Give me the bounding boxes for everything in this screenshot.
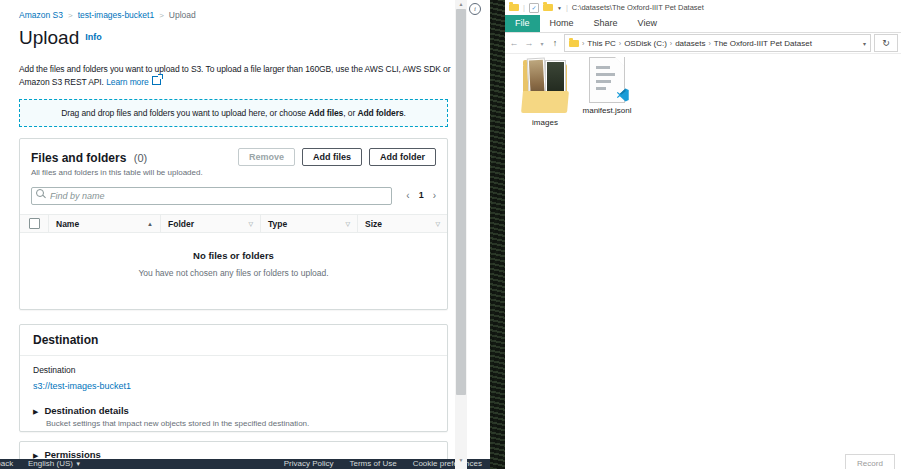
sort-asc-icon[interactable]: ▲ <box>147 221 153 227</box>
record-button[interactable]: Record <box>845 454 895 469</box>
scroll-up-icon[interactable]: ▲ <box>455 1 467 7</box>
files-table-header: Name ▲ Folder ▽ Type ▽ Size ▽ <box>20 214 447 233</box>
find-by-name-input[interactable] <box>31 187 392 205</box>
column-header-type[interactable]: Type ▽ <box>260 215 357 232</box>
new-folder-icon[interactable] <box>543 4 553 11</box>
quick-access-caret-icon[interactable]: ▼ <box>557 5 562 11</box>
terms-of-use-link[interactable]: Terms of Use <box>350 459 397 469</box>
page-title: UploadInfo <box>19 27 102 49</box>
address-bar[interactable]: › This PC › OSDisk (C:) › datasets › The… <box>564 34 871 52</box>
chevron-right-icon: > <box>159 11 164 20</box>
tab-file[interactable]: File <box>505 15 540 32</box>
expand-arrow-icon: ▶ <box>33 452 38 459</box>
jsonl-document-icon <box>589 57 625 103</box>
language-selector[interactable]: English (US) ▼ <box>28 459 81 469</box>
item-label: manifest.jsonl <box>575 106 639 115</box>
feedback-link[interactable]: Feedback <box>0 459 13 469</box>
back-icon[interactable]: ← <box>508 38 520 48</box>
caret-down-icon: ▼ <box>75 461 81 467</box>
item-label: images <box>513 118 577 127</box>
learn-more-link[interactable]: Learn more <box>106 77 148 87</box>
vscode-icon <box>616 88 630 102</box>
intro-text: Add the files and folders you want to up… <box>19 64 453 88</box>
explorer-content: images manifest.jsonl <box>505 54 901 454</box>
destination-panel: Destination Destination s3://test-images… <box>19 324 448 432</box>
scrollbar-thumb[interactable] <box>456 9 466 395</box>
empty-state: No files or folders You have not chosen … <box>20 250 447 278</box>
breadcrumb-current: Upload <box>169 10 196 20</box>
desktop-wallpaper-strip <box>490 0 505 469</box>
breadcrumb-bucket[interactable]: test-images-bucket1 <box>78 10 155 20</box>
address-toolbar: ← → ▾ ↑ › This PC › OSDisk (C:) › datase… <box>505 33 901 54</box>
sort-icon[interactable]: ▽ <box>435 220 440 227</box>
empty-state-title: No files or folders <box>20 250 447 261</box>
files-count: (0) <box>134 152 147 164</box>
external-link-icon <box>152 76 161 85</box>
sort-icon[interactable]: ▽ <box>248 220 253 227</box>
window-title-path: C:\datasets\The Oxford-IIIT Pet Dataset <box>572 3 704 12</box>
forward-icon[interactable]: → <box>523 38 535 48</box>
breadcrumb: Amazon S3>test-images-bucket1>Upload <box>19 10 196 20</box>
address-datasets[interactable]: datasets <box>675 39 705 48</box>
scroll-down-icon[interactable]: ▼ <box>455 457 467 463</box>
recent-locations-icon[interactable]: ▾ <box>538 40 546 47</box>
info-circle-icon[interactable] <box>469 3 481 15</box>
explorer-titlebar: | ✓ ▼ | C:\datasets\The Oxford-IIIT Pet … <box>505 0 901 15</box>
files-panel-subtitle: All files and folders in this table will… <box>20 166 447 177</box>
column-header-folder[interactable]: Folder ▽ <box>160 215 260 232</box>
breadcrumb-amazon-s3[interactable]: Amazon S3 <box>19 10 63 20</box>
prev-page-icon[interactable]: ‹ <box>406 190 409 201</box>
address-osdisk[interactable]: OSDisk (C:) <box>624 39 667 48</box>
tab-view[interactable]: View <box>628 15 667 32</box>
address-current-folder[interactable]: The Oxford-IIIT Pet Dataset <box>714 39 812 48</box>
folder-item-images[interactable]: images <box>513 57 577 127</box>
search-icon <box>36 189 44 197</box>
select-all-checkbox[interactable] <box>29 218 40 229</box>
drag-drop-zone[interactable]: Drag and drop files and folders you want… <box>19 99 448 127</box>
files-panel-title: Files and folders <box>31 151 126 165</box>
destination-label: Destination <box>33 365 434 375</box>
add-files-button[interactable]: Add files <box>302 148 362 166</box>
tab-home[interactable]: Home <box>540 15 584 32</box>
destination-details-description: Bucket settings that impact new objects … <box>46 419 434 428</box>
pagination: ‹ 1 › <box>406 190 436 201</box>
aws-console-window: Amazon S3>test-images-bucket1>Upload Upl… <box>0 0 490 469</box>
browser-scrollbar[interactable]: ▲ ▼ <box>455 0 467 469</box>
next-page-icon[interactable]: › <box>433 190 436 201</box>
refresh-icon[interactable]: ↻ <box>874 34 898 52</box>
destination-details-expander[interactable]: ▶Destination details Bucket settings tha… <box>33 405 434 428</box>
page-number[interactable]: 1 <box>419 190 424 200</box>
destination-panel-title: Destination <box>20 325 447 356</box>
aws-footer: Feedback English (US) ▼ Privacy Policy T… <box>0 459 490 469</box>
page-fold-icon <box>616 58 624 66</box>
address-this-pc[interactable]: This PC <box>587 39 615 48</box>
address-dropdown-icon[interactable]: ▾ <box>863 40 866 47</box>
remove-button[interactable]: Remove <box>238 148 295 166</box>
expand-arrow-icon: ▶ <box>33 408 38 415</box>
sort-icon[interactable]: ▽ <box>345 220 350 227</box>
explorer-app-icon <box>509 4 519 11</box>
properties-icon[interactable]: ✓ <box>529 3 539 13</box>
destination-bucket-link[interactable]: s3://test-images-bucket1 <box>33 381 131 391</box>
add-folder-button[interactable]: Add folder <box>369 148 436 166</box>
column-header-size[interactable]: Size ▽ <box>357 215 447 232</box>
file-item-manifest[interactable]: manifest.jsonl <box>575 57 639 115</box>
privacy-policy-link[interactable]: Privacy Policy <box>284 459 334 469</box>
ribbon-tabs: File Home Share View <box>505 15 901 33</box>
folder-icon <box>569 40 579 47</box>
files-and-folders-panel: Files and folders (0) Remove Add files A… <box>19 138 448 310</box>
empty-state-subtitle: You have not chosen any files or folders… <box>20 268 447 278</box>
file-explorer-window: | ✓ ▼ | C:\datasets\The Oxford-IIIT Pet … <box>505 0 901 469</box>
info-link[interactable]: Info <box>85 32 102 42</box>
column-header-name[interactable]: Name ▲ <box>48 215 160 232</box>
folder-with-photos-icon <box>521 57 569 115</box>
up-icon[interactable]: ↑ <box>549 38 561 48</box>
tab-share[interactable]: Share <box>584 15 628 32</box>
chevron-right-icon: > <box>68 11 73 20</box>
cookie-preferences-link[interactable]: Cookie preferences <box>413 459 482 469</box>
